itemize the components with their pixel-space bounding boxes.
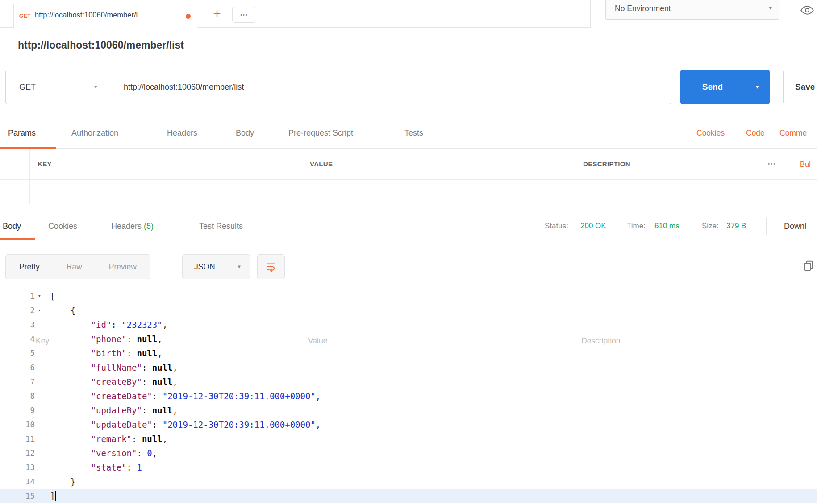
fold-toggle-icon[interactable]: ▾: [38, 303, 41, 318]
tab-options-button[interactable]: •••: [232, 7, 256, 23]
size-value: 379 B: [726, 213, 746, 239]
code-text: "version": 0,: [50, 446, 157, 460]
view-mode-raw[interactable]: Raw: [53, 255, 96, 279]
time-label: Time:: [627, 213, 646, 239]
url-control: GET ▾ http://localhost:10060/member/list: [5, 70, 671, 104]
response-code-lines: 1▾[2▾ {3 "id": "232323",4 "phone": null,…: [0, 289, 817, 503]
url-input[interactable]: http://localhost:10060/member/list: [124, 70, 244, 104]
code-text: "createDate": "2019-12-30T20:39:11.000+0…: [50, 389, 321, 403]
code-line[interactable]: 4 "phone": null,: [0, 332, 817, 346]
code-line[interactable]: 2▾ {: [0, 303, 817, 318]
format-label: JSON: [194, 255, 215, 279]
response-tab-body[interactable]: Body: [3, 213, 21, 239]
line-number: 1: [0, 289, 35, 303]
method-selector[interactable]: GET: [19, 70, 36, 104]
chevron-down-icon[interactable]: ▾: [94, 70, 97, 104]
tab-pre-request-script[interactable]: Pre-request Script: [288, 119, 353, 147]
code-line[interactable]: 1▾[: [0, 289, 817, 303]
wrap-lines-button[interactable]: [257, 254, 285, 279]
response-tab-cookies[interactable]: Cookies: [48, 213, 77, 239]
params-table: KEY VALUE DESCRIPTION ••• Bul: [0, 149, 817, 204]
method-url-divider: [113, 70, 113, 104]
line-number: 12: [0, 446, 35, 460]
environment-label: No Environment: [615, 4, 671, 13]
code-line[interactable]: 11 "remark": null,: [0, 432, 817, 446]
comments-link[interactable]: Comme: [779, 119, 807, 147]
params-input-row: [0, 180, 817, 204]
cookies-link[interactable]: Cookies: [696, 119, 725, 147]
code-line[interactable]: 7 "createBy": null,: [0, 375, 817, 389]
save-button[interactable]: Save: [783, 70, 817, 104]
code-text: {: [50, 303, 75, 318]
environment-selector[interactable]: No Environment ▾: [605, 0, 779, 20]
line-number: 7: [0, 375, 35, 389]
tab-body[interactable]: Body: [236, 119, 254, 147]
topbar-divider: [590, 0, 591, 28]
request-name: http://localhost:10060/member/list: [18, 39, 184, 51]
code-line[interactable]: 9 "updateBy": null,: [0, 403, 817, 417]
line-number: 6: [0, 360, 35, 375]
time-value: 610 ms: [654, 213, 679, 239]
send-button[interactable]: Send ▾: [680, 70, 770, 104]
copy-icon: [803, 260, 814, 272]
line-number: 15: [0, 489, 35, 503]
download-button[interactable]: Downl: [784, 213, 806, 239]
tab-method-badge: GET: [19, 13, 31, 19]
line-number: 14: [0, 475, 35, 489]
tab-tests[interactable]: Tests: [404, 119, 423, 147]
code-text: "birth": null,: [50, 346, 163, 360]
code-text: "updateBy": null,: [50, 403, 178, 417]
bulk-edit-link[interactable]: Bul: [800, 149, 811, 180]
code-line[interactable]: 5 "birth": null,: [0, 346, 817, 360]
view-mode-pretty[interactable]: Pretty: [6, 255, 53, 279]
wrap-lines-icon: [265, 261, 277, 273]
tab-authorization[interactable]: Authorization: [71, 119, 118, 147]
column-divider: [303, 149, 303, 204]
line-number: 3: [0, 318, 35, 332]
response-body-viewer[interactable]: 1▾[2▾ {3 "id": "232323",4 "phone": null,…: [0, 289, 817, 504]
code-text: }: [50, 475, 75, 489]
line-number: 8: [0, 389, 35, 403]
code-line[interactable]: 6 "fullName": null,: [0, 360, 817, 375]
request-tabs: Params Authorization Headers Body Pre-re…: [0, 119, 817, 149]
code-link[interactable]: Code: [746, 119, 765, 147]
code-line[interactable]: 13 "state": 1: [0, 460, 817, 475]
code-line[interactable]: 8 "createDate": "2019-12-30T20:39:11.000…: [0, 389, 817, 403]
line-number: 13: [0, 460, 35, 475]
column-divider: [576, 149, 576, 204]
params-more-button[interactable]: •••: [768, 149, 776, 180]
meta-divider: [766, 218, 767, 235]
header-description: DESCRIPTION: [583, 149, 630, 180]
line-number: 10: [0, 417, 35, 432]
tab-headers[interactable]: Headers: [167, 119, 197, 147]
code-line[interactable]: 10 "updateDate": "2019-12-30T20:39:11.00…: [0, 417, 817, 432]
status-label: Status:: [545, 213, 568, 239]
code-line[interactable]: 12 "version": 0,: [0, 446, 817, 460]
env-divider: [793, 1, 793, 20]
code-line[interactable]: 14 }: [0, 475, 817, 489]
view-mode-preview[interactable]: Preview: [96, 255, 150, 279]
request-tab[interactable]: GET http://localhost:10060/member/l: [13, 4, 197, 28]
tab-params[interactable]: Params: [8, 119, 36, 147]
code-text: ]: [50, 489, 56, 503]
text-cursor: [55, 491, 56, 501]
copy-response-button[interactable]: [803, 260, 814, 274]
code-line[interactable]: 15]: [0, 489, 817, 503]
code-text: "updateDate": "2019-12-30T20:39:11.000+0…: [50, 417, 321, 432]
params-header-row: [0, 149, 817, 180]
response-tab-headers[interactable]: Headers (5): [111, 213, 154, 239]
code-text: [: [50, 289, 55, 303]
line-number: 11: [0, 432, 35, 446]
eye-icon: [799, 4, 815, 17]
response-tabs: Body Cookies Headers (5) Test Results St…: [0, 213, 817, 240]
send-options-chevron-icon[interactable]: ▾: [745, 70, 770, 104]
tab-title: http://localhost:10060/member/l: [35, 11, 138, 19]
code-text: "id": "232323",: [50, 318, 167, 332]
format-selector[interactable]: JSON ▾: [182, 254, 250, 279]
code-line[interactable]: 3 "id": "232323",: [0, 318, 817, 332]
new-tab-button[interactable]: +: [208, 6, 226, 22]
response-tab-test-results[interactable]: Test Results: [199, 213, 243, 239]
environment-quick-look-button[interactable]: [799, 4, 815, 19]
headers-label: Headers: [111, 222, 142, 231]
fold-toggle-icon[interactable]: ▾: [38, 289, 41, 303]
